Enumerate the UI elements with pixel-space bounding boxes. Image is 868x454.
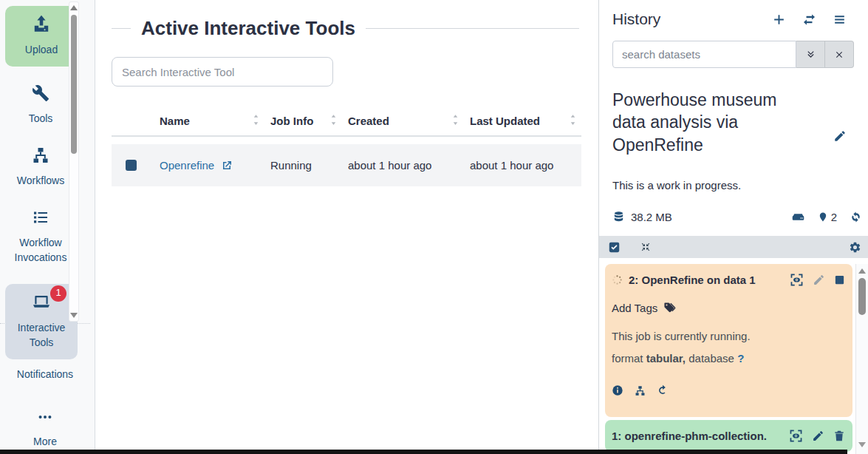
trash-icon[interactable]: [833, 430, 845, 442]
sidebar-item-label: Interactive Tools: [7, 320, 76, 350]
storage-dashboard-icon: [791, 210, 805, 224]
select-all-checkbox[interactable]: [608, 241, 621, 254]
workflows-icon: [32, 146, 49, 168]
dataset-search-input[interactable]: [612, 41, 796, 68]
interactive-tool-search-input[interactable]: [112, 57, 333, 87]
tool-link[interactable]: Openrefine: [160, 159, 214, 172]
dataset-list: 2: OpenRefine on data 1: [599, 264, 868, 454]
main-content: Active Interactive Tools Name Job Info C…: [95, 0, 598, 454]
upload-icon: [32, 14, 51, 37]
dataset-item-ok[interactable]: 1: openrefine-phm-collection.: [605, 420, 852, 452]
map-marker-icon: [818, 211, 828, 223]
plus-icon: [772, 13, 786, 27]
database-icon: [612, 211, 625, 223]
page-title-row: Active Interactive Tools: [112, 17, 579, 40]
galaxy-app: Upload Tools Workflows Workflow Invocati…: [0, 0, 868, 454]
invocations-list-icon: [32, 209, 49, 230]
notification-badge: 1: [50, 285, 66, 302]
table-header-row: Name Job Info Created Last Updated: [112, 106, 581, 137]
chevron-double-down-icon: [805, 49, 816, 60]
sort-icon[interactable]: [329, 114, 338, 128]
page-title: Active Interactive Tools: [141, 17, 355, 40]
edit-pencil-icon[interactable]: [813, 274, 825, 286]
edit-pencil-icon: [833, 129, 847, 143]
sidebar-item-more[interactable]: More: [0, 409, 90, 450]
advanced-filter-button[interactable]: [796, 41, 825, 68]
sidebar-scroll-region: Upload Tools Workflows Workflow Invocati…: [0, 0, 81, 323]
sidebar-item-label: Notifications: [17, 367, 73, 382]
job-info-cell: Running: [264, 159, 342, 172]
clear-search-button[interactable]: [825, 41, 854, 68]
collapse-all-button[interactable]: [640, 241, 652, 253]
gear-icon[interactable]: [849, 241, 861, 254]
history-scrollbar[interactable]: [855, 264, 868, 454]
dataset-hid: 2:: [629, 274, 638, 286]
new-history-button[interactable]: [772, 13, 786, 27]
sort-icon[interactable]: [451, 114, 459, 128]
column-header-job-info: Job Info: [270, 115, 313, 127]
dataset-item-running[interactable]: 2: OpenRefine on data 1: [605, 264, 852, 417]
history-panel: History: [598, 0, 868, 454]
display-eye-icon[interactable]: [790, 273, 804, 287]
sidebar-item-upload[interactable]: Upload: [5, 6, 78, 67]
sort-icon[interactable]: [252, 114, 260, 128]
format-value: tabular,: [646, 352, 686, 365]
sidebar-item-label: Tools: [29, 111, 53, 126]
activity-sidebar: Upload Tools Workflows Workflow Invocati…: [0, 0, 95, 454]
info-icon[interactable]: [612, 384, 623, 396]
checked-checkbox-icon: [608, 241, 621, 254]
switch-history-button[interactable]: [802, 13, 817, 27]
history-panel-title: History: [612, 10, 660, 28]
title-rule-right: [366, 28, 579, 29]
database-edit-link[interactable]: ?: [737, 352, 744, 365]
history-options-button[interactable]: [833, 13, 847, 27]
database-label: database: [688, 352, 734, 365]
scroll-up-arrow-icon[interactable]: [70, 5, 78, 10]
last-updated-cell: about 1 hour ago: [464, 159, 581, 172]
sidebar-item-interactive-tools[interactable]: 1 Interactive Tools: [5, 284, 78, 359]
scroll-up-arrow-icon[interactable]: [858, 268, 866, 274]
history-size[interactable]: 38.2 MB: [631, 211, 672, 223]
sort-icon[interactable]: [569, 114, 577, 128]
title-rule-left: [112, 28, 131, 29]
format-label: format: [612, 352, 643, 365]
history-options-icon: [833, 13, 847, 27]
collapse-icon: [640, 241, 652, 253]
sidebar-item-label: Workflows: [17, 173, 64, 188]
refresh-icon: [850, 211, 862, 223]
wrench-icon: [32, 84, 49, 106]
laptop-icon: [31, 292, 52, 315]
external-link-icon[interactable]: [221, 160, 233, 172]
storage-dashboard-button[interactable]: [791, 210, 805, 224]
scrollbar-thumb[interactable]: [71, 15, 77, 154]
tags-icon: [663, 302, 677, 314]
sitemap-small-icon[interactable]: [634, 385, 646, 396]
created-cell: about 1 hour ago: [342, 159, 464, 172]
shown-items-indicator[interactable]: 2: [818, 211, 837, 223]
column-header-name: Name: [160, 115, 190, 127]
scrollbar-thumb[interactable]: [858, 278, 866, 315]
scroll-down-arrow-icon[interactable]: [858, 442, 866, 447]
select-column-header: [112, 114, 154, 129]
spinner-icon: [612, 274, 623, 285]
display-eye-icon[interactable]: [789, 429, 803, 443]
column-header-created: Created: [348, 115, 389, 127]
sidebar-scrollbar[interactable]: [69, 1, 79, 322]
edit-pencil-icon[interactable]: [812, 430, 824, 442]
row-checkbox[interactable]: [126, 160, 137, 171]
switch-history-icon: [802, 13, 817, 27]
dataset-hid: 1:: [612, 430, 621, 442]
sidebar-item-label: Upload: [25, 42, 58, 57]
shown-items-count: 2: [831, 211, 837, 223]
rerun-icon[interactable]: [657, 384, 669, 396]
scroll-down-arrow-icon[interactable]: [70, 313, 78, 318]
edit-history-button[interactable]: [833, 115, 847, 156]
sidebar-item-label: More: [33, 434, 57, 449]
stop-square-icon[interactable]: [834, 274, 845, 285]
add-tags-button[interactable]: Add Tags: [612, 302, 845, 314]
history-name[interactable]: Powerhouse museum data analysis via Open…: [612, 89, 799, 156]
dataset-status-text: This job is currently running.: [612, 330, 845, 342]
refresh-history-button[interactable]: [850, 211, 862, 223]
history-annotation: This is a work in progress.: [612, 179, 862, 192]
dataset-format-line: format tabular, database ?: [612, 352, 845, 365]
